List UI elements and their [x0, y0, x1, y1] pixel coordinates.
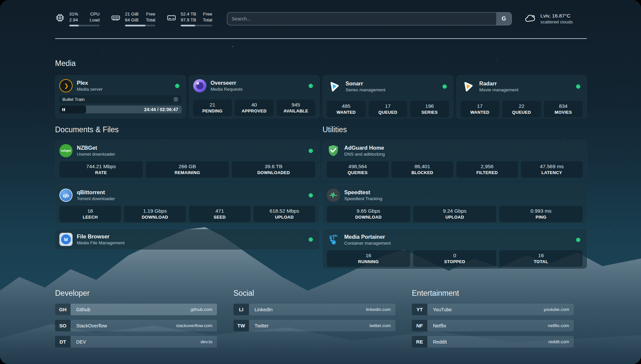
stat-box: 22QUEUED — [502, 101, 541, 117]
stat-box: 1.19 GbpsDOWNLOAD — [124, 206, 186, 222]
bookmark-badge: TW — [233, 320, 249, 331]
stat-box: 266 GBREMAINING — [146, 161, 229, 178]
ram-free-label: Free — [146, 11, 155, 17]
speedtest-icon — [327, 189, 340, 202]
app-description: Movie management — [479, 87, 519, 93]
app-name: Speedtest — [344, 189, 382, 196]
status-dot — [309, 84, 313, 88]
bookmark-url: twitter.com — [369, 323, 391, 328]
player-bar[interactable]: 24:44 / 02:06:47 — [59, 106, 182, 113]
bookmark-youtube[interactable]: YT YouTube youtube.com — [412, 304, 574, 315]
app-card-plex[interactable]: ❯ Plex Media server Bullet Train — [55, 75, 186, 118]
pause-icon[interactable] — [62, 108, 65, 111]
app-description: DNS and adblocking — [344, 151, 385, 157]
app-card-nzbget[interactable]: nzbget NZBGet Usenet downloader 744.21 M… — [55, 140, 320, 179]
disk-widget: 52.4 TB 97.9 TB Free Total — [167, 11, 212, 26]
bookmark-url: netflix.com — [548, 323, 569, 328]
now-playing-title: Bullet Train — [62, 97, 85, 102]
playback-progress — [59, 106, 86, 113]
bookmark-twitter[interactable]: TW Twitter twitter.com — [233, 320, 395, 331]
bookmark-name: DEV — [76, 339, 86, 345]
app-description: Torrent downloader — [77, 196, 115, 202]
app-description: Media server — [77, 86, 103, 92]
search-bar: G — [227, 12, 512, 25]
portainer-icon — [327, 233, 340, 246]
system-metrics: 31% 2.94 CPU Load — [55, 11, 212, 26]
stat-box: 47.569 msLATENCY — [521, 161, 583, 178]
section-title-entertainment: Entertainment — [412, 288, 574, 298]
bookmark-group-entertainment: Entertainment YT YouTube youtube.com NF … — [412, 288, 574, 352]
cpu-widget: 31% 2.94 CPU Load — [55, 11, 100, 26]
status-dot — [443, 84, 447, 89]
stat-box: 834MOVIES — [544, 101, 583, 117]
app-card-sonarr[interactable]: Sonarr Series management 485WANTED 17QUE… — [322, 75, 453, 118]
weather-condition: scattered clouds — [540, 19, 573, 25]
bookmark-netflix[interactable]: NF Netflix netflix.com — [412, 320, 574, 331]
cloud-icon — [524, 13, 536, 25]
cpu-icon — [55, 13, 65, 23]
section-title-media: Media — [55, 58, 587, 69]
ram-total-label: Total — [146, 17, 155, 23]
cpu-load-value: 2.94 — [69, 17, 78, 23]
app-card-radarr[interactable]: Radarr Movie management 17WANTED 22QUEUE… — [456, 75, 587, 118]
app-card-filebrowser[interactable]: File Browser Media File Management — [55, 229, 320, 250]
cpu-progress-bar — [69, 25, 100, 26]
bookmark-dev[interactable]: DT DEV dev.to — [55, 336, 217, 348]
stat-box: 86,401BLOCKED — [391, 161, 453, 178]
bookmark-url: reddit.com — [548, 339, 569, 344]
bookmark-stackoverflow[interactable]: SO StackOverflow stackoverflow.com — [55, 320, 217, 331]
stat-box: 618.52 MbpsUPLOAD — [254, 206, 315, 222]
radarr-icon — [461, 79, 475, 94]
weather-widget: Lviv, 16.87°C scattered clouds — [524, 13, 587, 25]
status-dot — [576, 84, 580, 89]
search-input[interactable] — [227, 13, 496, 25]
overseerr-icon — [193, 79, 206, 92]
bookmark-badge: SO — [55, 320, 71, 331]
plex-icon: ❯ — [59, 79, 73, 92]
app-name: qBittorrent — [77, 189, 115, 196]
app-card-speedtest[interactable]: Speedtest Speedtest Tracking 9.65 GbpsDO… — [322, 185, 587, 224]
stat-box: 39.6 TBDOWNLOADED — [232, 161, 315, 178]
disk-free-label: Free — [203, 11, 212, 17]
cpu-usage-label: CPU — [90, 11, 100, 17]
bookmark-badge: RE — [412, 336, 427, 348]
stat-box: 9.65 GbpsDOWNLOAD — [327, 206, 410, 222]
disk-icon — [167, 13, 176, 23]
section-title-documents: Documents & Files — [55, 124, 320, 135]
topbar-divider — [55, 38, 587, 39]
app-card-adguard[interactable]: AdGuard Home DNS and adblocking 498,564Q… — [322, 140, 587, 179]
sonarr-icon — [327, 79, 341, 94]
bookmark-name: Netflix — [433, 323, 446, 328]
bookmark-github[interactable]: GH Github github.com — [55, 304, 217, 315]
qbittorrent-icon: qb — [59, 189, 73, 202]
ram-icon — [111, 13, 121, 23]
app-card-portainer[interactable]: Media Portainer Container management 16R… — [322, 229, 587, 269]
bookmark-badge: YT — [412, 304, 427, 315]
app-description: Series management — [346, 87, 385, 93]
bookmark-name: LinkedIn — [255, 307, 273, 312]
status-dot — [309, 193, 313, 197]
ram-progress-bar — [125, 25, 155, 26]
weather-location-temp: Lviv, 16.87°C — [540, 13, 573, 19]
stat-box: 40APPROVED — [235, 100, 274, 116]
stat-box: 0STOPPED — [413, 250, 497, 267]
cpu-load-label: Load — [90, 17, 100, 23]
stat-box: 945AVAILABLE — [277, 100, 316, 116]
disk-progress-bar — [181, 25, 212, 26]
bookmark-url: youtube.com — [544, 307, 569, 312]
app-card-qbittorrent[interactable]: qb qBittorrent Torrent downloader 16LEEC… — [55, 185, 320, 224]
cpu-usage-value: 31% — [69, 11, 78, 17]
app-card-overseerr[interactable]: Overseerr Media Requests 21PENDING 40APP… — [189, 75, 320, 118]
app-description: Media Requests — [211, 86, 243, 92]
bookmark-url: github.com — [191, 307, 212, 312]
stat-box: 9.24 GbpsUPLOAD — [413, 206, 497, 222]
bookmark-badge: LI — [233, 304, 249, 315]
now-playing-row: Bullet Train — [59, 95, 182, 103]
app-name: Radarr — [479, 80, 519, 87]
bookmark-url: dev.to — [200, 339, 212, 344]
bookmark-linkedin[interactable]: LI LinkedIn linkedin.com — [233, 304, 395, 315]
stat-box: 744.21 MbpsRATE — [59, 161, 143, 178]
search-engine-button[interactable]: G — [496, 13, 511, 25]
ram-free-value: 21 GiB — [125, 11, 138, 17]
bookmark-reddit[interactable]: RE Reddit reddit.com — [412, 336, 574, 348]
